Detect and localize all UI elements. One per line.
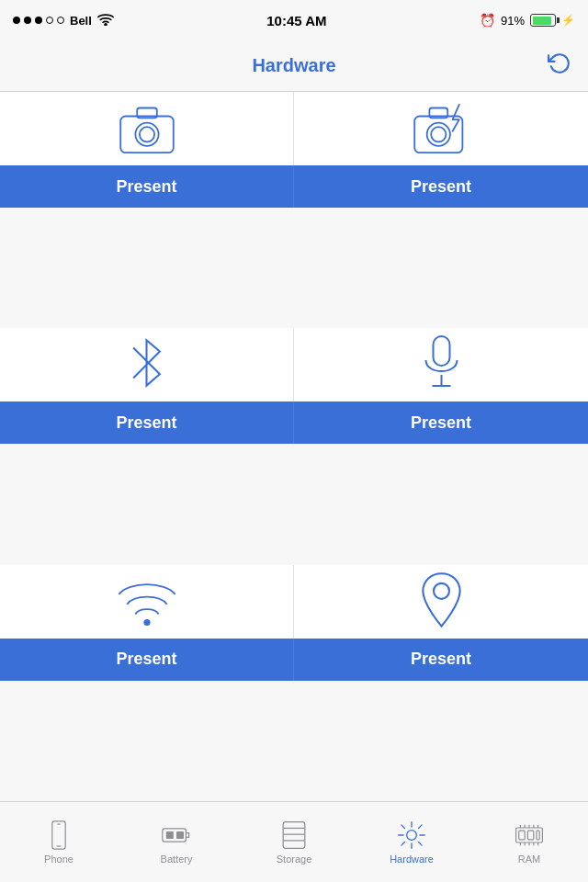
wifi-icon-wrap bbox=[110, 565, 184, 639]
microphone-icon bbox=[416, 333, 467, 397]
storage-tab-icon bbox=[279, 820, 309, 850]
hardware-tab-icon bbox=[397, 820, 426, 850]
ram-tab-icon bbox=[514, 820, 544, 850]
wifi-status-icon bbox=[97, 13, 114, 28]
tab-ram[interactable]: RAM bbox=[470, 820, 588, 865]
svg-point-12 bbox=[143, 619, 150, 626]
svg-rect-37 bbox=[527, 831, 533, 840]
tab-bar: Phone Battery Storage bbox=[0, 801, 588, 882]
nav-bar: Hardware bbox=[0, 40, 588, 92]
storage-tab-label: Storage bbox=[277, 854, 312, 865]
refresh-button[interactable] bbox=[548, 51, 571, 81]
status-label-1-2: Present bbox=[411, 177, 471, 197]
svg-point-7 bbox=[431, 127, 446, 141]
status-time: 10:45 AM bbox=[266, 13, 326, 28]
svg-rect-19 bbox=[176, 831, 184, 839]
ram-tab-label: RAM bbox=[518, 854, 540, 865]
svg-rect-20 bbox=[283, 821, 305, 848]
location-icon bbox=[416, 570, 467, 634]
bluetooth-icon bbox=[121, 333, 172, 397]
bluetooth-cell bbox=[0, 328, 294, 401]
status-row-2: Present Present bbox=[0, 401, 588, 444]
phone-tab-icon bbox=[44, 820, 74, 850]
location-cell bbox=[294, 565, 588, 639]
battery-box bbox=[530, 14, 556, 27]
svg-rect-5 bbox=[414, 117, 462, 153]
status-label-2-1: Present bbox=[116, 413, 176, 433]
carrier-label: Bell bbox=[70, 14, 92, 28]
camera-icon-wrap bbox=[110, 92, 184, 165]
status-cell-2-2: Present bbox=[294, 401, 588, 444]
status-right: ⏰ 91% ⚡ bbox=[480, 13, 575, 28]
flash-camera-icon-wrap bbox=[404, 92, 478, 165]
grid-section-3: Present Present bbox=[0, 565, 588, 801]
main-content: Present Present bbox=[0, 92, 588, 801]
svg-rect-18 bbox=[166, 831, 174, 839]
status-label-3-1: Present bbox=[116, 650, 176, 669]
signal-dot-3 bbox=[35, 17, 42, 24]
grid-section-2: Present Present bbox=[0, 328, 588, 564]
status-row-1: Present Present bbox=[0, 165, 588, 208]
hardware-tab-label: Hardware bbox=[390, 854, 434, 865]
status-cell-2-1: Present bbox=[0, 401, 294, 444]
svg-rect-38 bbox=[537, 831, 539, 840]
signal-strength bbox=[13, 17, 64, 24]
svg-point-24 bbox=[407, 830, 417, 840]
flash-camera-cell bbox=[294, 92, 588, 165]
svg-rect-9 bbox=[433, 336, 449, 366]
phone-tab-label: Phone bbox=[44, 854, 74, 865]
svg-point-0 bbox=[105, 23, 107, 25]
battery-tab-label: Battery bbox=[161, 854, 193, 865]
bluetooth-icon-wrap bbox=[110, 328, 184, 401]
svg-point-13 bbox=[434, 583, 449, 599]
tab-battery[interactable]: Battery bbox=[118, 820, 235, 865]
status-label-3-2: Present bbox=[411, 650, 471, 669]
hardware-grid: Present Present bbox=[0, 92, 588, 801]
icon-row-2 bbox=[0, 328, 588, 401]
camera-icon bbox=[114, 101, 180, 156]
tab-phone[interactable]: Phone bbox=[0, 820, 118, 865]
svg-rect-36 bbox=[519, 831, 525, 840]
grid-section-1: Present Present bbox=[0, 92, 588, 328]
status-row-3: Present Present bbox=[0, 639, 588, 681]
signal-dot-5 bbox=[57, 17, 64, 24]
tab-storage[interactable]: Storage bbox=[235, 820, 353, 865]
status-label-2-2: Present bbox=[411, 413, 471, 433]
svg-rect-14 bbox=[52, 820, 65, 848]
camera-flash-icon bbox=[408, 101, 474, 156]
status-left: Bell bbox=[13, 13, 114, 28]
status-label-1-1: Present bbox=[116, 177, 176, 197]
signal-dot-2 bbox=[24, 17, 31, 24]
tab-hardware[interactable]: Hardware bbox=[353, 820, 470, 865]
microphone-icon-wrap bbox=[404, 328, 478, 401]
icon-row-1 bbox=[0, 92, 588, 165]
wifi-cell bbox=[0, 565, 294, 639]
svg-rect-1 bbox=[120, 117, 174, 153]
charging-icon: ⚡ bbox=[561, 14, 575, 27]
svg-point-3 bbox=[139, 127, 153, 141]
battery-indicator bbox=[530, 14, 556, 27]
page-title: Hardware bbox=[252, 55, 335, 76]
status-cell-1-1: Present bbox=[0, 165, 294, 208]
battery-tab-icon bbox=[162, 820, 191, 850]
location-icon-wrap bbox=[404, 565, 478, 639]
wifi-hw-icon bbox=[114, 573, 180, 630]
battery-fill bbox=[533, 17, 552, 25]
alarm-icon: ⏰ bbox=[480, 13, 495, 28]
icon-row-3 bbox=[0, 565, 588, 639]
battery-percent: 91% bbox=[501, 14, 525, 28]
status-cell-3-1: Present bbox=[0, 639, 294, 681]
signal-dot-4 bbox=[46, 17, 53, 24]
status-bar: Bell 10:45 AM ⏰ 91% ⚡ bbox=[0, 0, 588, 40]
microphone-cell bbox=[294, 328, 588, 401]
camera-cell bbox=[0, 92, 294, 165]
signal-dot-1 bbox=[13, 17, 20, 24]
status-cell-1-2: Present bbox=[294, 165, 588, 208]
svg-rect-25 bbox=[516, 828, 543, 842]
status-cell-3-2: Present bbox=[294, 639, 588, 681]
